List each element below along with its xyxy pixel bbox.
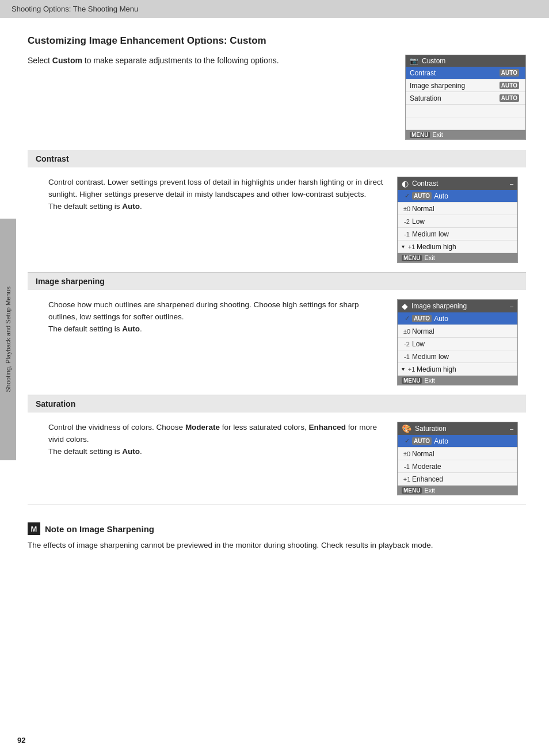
contrast-menu-header: ◐ Contrast – xyxy=(398,177,517,190)
side-tab: Shooting, Playback and Setup Menus xyxy=(0,219,16,460)
moderate-bold: Moderate xyxy=(185,423,220,432)
main-content: Customizing Image Enhancement Options: C… xyxy=(0,18,549,563)
contrast-text: Control contrast. Lower settings prevent… xyxy=(48,177,383,263)
sharpening-text: Choose how much outlines are sharpened d… xyxy=(48,299,383,385)
sharpening-opt-medlow[interactable]: -1 Medium low xyxy=(398,350,517,363)
sharpening-menu-title: Image sharpening xyxy=(411,302,467,310)
saturation-opt-enhanced[interactable]: +1 Enhanced xyxy=(398,473,517,486)
sharpening-opt-normal[interactable]: ±0 Normal xyxy=(398,325,517,338)
custom-menu-header: 📷 Custom xyxy=(406,55,525,67)
sharpening-menu-box: ◆ Image sharpening – ✓ AUTO Auto ±0 Norm… xyxy=(397,299,518,385)
contrast-menu-title: Contrast xyxy=(412,180,438,188)
enhanced-bold: Enhanced xyxy=(308,423,346,432)
header-label: Shooting Options: The Shooting Menu xyxy=(12,5,138,13)
note-title-row: M Note on Image Sharpening xyxy=(28,522,526,535)
sharpening-menu-footer: MENU Exit xyxy=(398,376,517,385)
sharpening-opt-medhigh[interactable]: ▾ +1 Medium high xyxy=(398,363,517,376)
sharpening-menu-header: ◆ Image sharpening – xyxy=(398,300,517,312)
contrast-title: Contrast xyxy=(36,154,69,163)
sharpening-title: Image sharpening xyxy=(36,277,105,286)
section-saturation-header: Saturation xyxy=(28,395,526,413)
section-sharpening-header: Image sharpening xyxy=(28,273,526,290)
saturation-menu-footer: MENU Exit xyxy=(398,486,517,495)
saturation-opt-auto[interactable]: ✓ AUTO Auto xyxy=(398,435,517,448)
header-bar: Shooting Options: The Shooting Menu xyxy=(0,0,549,18)
contrast-default-bold: Auto xyxy=(122,202,140,211)
saturation-default-bold: Auto xyxy=(122,447,140,456)
sharpening-opt-low[interactable]: -2 Low xyxy=(398,338,517,350)
saturation-menu-title: Saturation xyxy=(415,425,447,433)
intro-row: Select Custom to make separate adjustmen… xyxy=(28,55,526,140)
contrast-icon: ◐ xyxy=(402,179,409,188)
custom-menu-box: 📷 Custom Contrast AUTO Image sharpening … xyxy=(405,55,526,140)
note-body: The effects of image sharpening cannot b… xyxy=(28,540,526,552)
note-icon: M xyxy=(28,522,40,535)
custom-menu-footer: MENU Exit xyxy=(406,130,525,139)
contrast-content: Control contrast. Lower settings prevent… xyxy=(28,167,526,273)
sharpening-default-bold: Auto xyxy=(122,324,140,333)
saturation-text: Control the vividness of colors. Choose … xyxy=(48,422,383,495)
saturation-title: Saturation xyxy=(36,399,75,408)
contrast-opt-low[interactable]: -2 Low xyxy=(398,215,517,228)
contrast-opt-medlow[interactable]: -1 Medium low xyxy=(398,228,517,240)
page-number: 92 xyxy=(17,736,25,744)
contrast-opt-normal[interactable]: ±0 Normal xyxy=(398,203,517,215)
saturation-menu-header: 🎨 Saturation – xyxy=(398,422,517,435)
contrast-menu-footer: MENU Exit xyxy=(398,253,517,262)
custom-row-saturation[interactable]: Saturation AUTO xyxy=(406,92,525,105)
intro-text: Select Custom to make separate adjustmen… xyxy=(28,55,391,67)
sharpening-opt-auto[interactable]: ✓ AUTO Auto xyxy=(398,312,517,325)
custom-row-empty2 xyxy=(406,117,525,130)
custom-row-sharpening[interactable]: Image sharpening AUTO xyxy=(406,79,525,92)
custom-row-empty1 xyxy=(406,105,525,117)
sharpening-icon: ◆ xyxy=(402,301,408,311)
note-section: M Note on Image Sharpening The effects o… xyxy=(28,522,526,552)
saturation-icon: 🎨 xyxy=(402,424,411,433)
page-title: Customizing Image Enhancement Options: C… xyxy=(28,35,526,47)
saturation-opt-normal[interactable]: ±0 Normal xyxy=(398,448,517,460)
saturation-menu-box: 🎨 Saturation – ✓ AUTO Auto ±0 Normal -1 … xyxy=(397,422,518,495)
contrast-menu-box: ◐ Contrast – ✓ AUTO Auto ±0 Normal -2 Lo… xyxy=(397,177,518,263)
custom-menu-title: Custom xyxy=(422,57,445,65)
custom-menu-icon: 📷 xyxy=(410,57,418,65)
contrast-opt-auto[interactable]: ✓ AUTO Auto xyxy=(398,190,517,203)
contrast-opt-medhigh[interactable]: ▾ +1 Medium high xyxy=(398,240,517,253)
section-contrast-header: Contrast xyxy=(28,150,526,167)
custom-row-contrast[interactable]: Contrast AUTO xyxy=(406,67,525,79)
intro-bold: Custom xyxy=(52,56,82,65)
title-text: Customizing Image Enhancement Options: C… xyxy=(28,35,266,46)
note-title: Note on Image Sharpening xyxy=(45,524,154,534)
saturation-content: Control the vividness of colors. Choose … xyxy=(28,413,526,505)
sharpening-content: Choose how much outlines are sharpened d… xyxy=(28,290,526,395)
saturation-opt-moderate[interactable]: -1 Moderate xyxy=(398,460,517,473)
side-tab-text: Shooting, Playback and Setup Menus xyxy=(5,287,12,392)
